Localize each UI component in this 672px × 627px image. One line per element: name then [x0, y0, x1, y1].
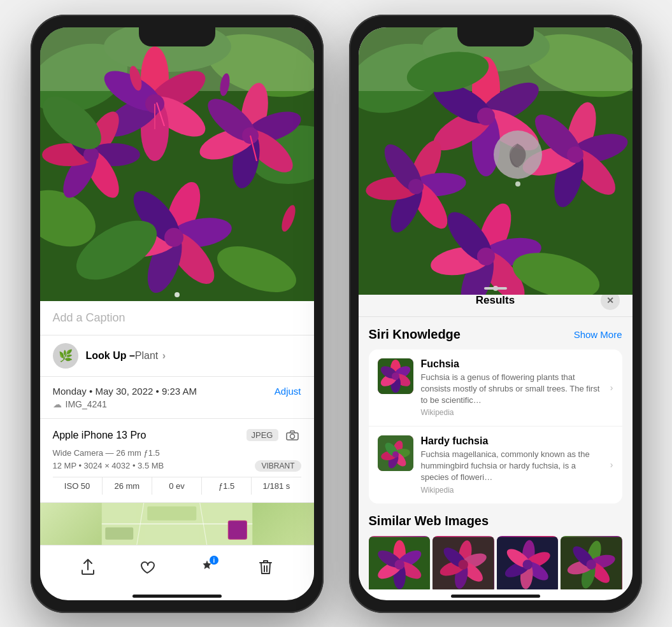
- svg-point-34: [164, 228, 183, 247]
- lookup-row[interactable]: 🌿 Look Up –Plant ›: [40, 335, 314, 377]
- similar-grid: [369, 536, 622, 589]
- svg-point-142: [587, 560, 596, 569]
- knowledge-item-fuchsia[interactable]: Fuchsia Fuchsia is a genus of flowering …: [369, 349, 622, 427]
- sim1-svg: [369, 536, 431, 589]
- phone-1: Add a Caption 🌿 Look Up –Plant › Monday …: [31, 15, 324, 613]
- fuchsia-body: Fuchsia Fuchsia is a genus of flowering …: [421, 358, 603, 418]
- results-title: Results: [390, 294, 601, 307]
- device-name: Apple iPhone 13 Pro: [53, 430, 147, 441]
- sim2-svg: [433, 536, 494, 589]
- map-area[interactable]: [40, 503, 314, 545]
- share-button[interactable]: [81, 559, 95, 575]
- trash-button[interactable]: [259, 559, 273, 575]
- device-section: Apple iPhone 13 Pro JPEG Wide Camera — 2…: [40, 419, 314, 503]
- siri-knowledge-header: Siri Knowledge Show More: [369, 327, 622, 342]
- similar-img-3[interactable]: [497, 536, 559, 589]
- fuchsia-name: Fuchsia: [421, 358, 603, 370]
- flower-photo-1: [40, 27, 314, 301]
- svg-rect-52: [105, 527, 133, 539]
- similar-web-images-title: Similar Web Images: [369, 514, 622, 528]
- phone-2-screen: Results ✕ Siri Knowledge Show More: [359, 27, 633, 600]
- toolbar: i: [40, 545, 314, 589]
- resolution-text: 12 MP • 3024 × 4032 • 3.5 MB: [53, 461, 164, 470]
- svg-point-126: [459, 560, 468, 569]
- camera-specs: Wide Camera — 26 mm ƒ1.5: [53, 448, 301, 458]
- svg-point-20: [83, 147, 99, 162]
- caption-placeholder: Add a Caption: [53, 311, 125, 324]
- hardy-source: Wikipedia: [421, 486, 603, 495]
- similar-img-4[interactable]: [561, 536, 622, 589]
- camera-icon[interactable]: [283, 426, 301, 444]
- results-panel: Results ✕ Siri Knowledge Show More: [359, 282, 633, 589]
- svg-point-44: [175, 292, 180, 297]
- svg-point-89: [477, 248, 495, 265]
- exif-shutter: 1/181 s: [252, 477, 301, 495]
- date-section: Monday • May 30, 2022 • 9:23 AM Adjust ☁…: [40, 377, 314, 419]
- sim3-svg: [497, 536, 559, 589]
- sim4-svg: [561, 536, 622, 589]
- home-bar-1: [132, 595, 222, 598]
- similar-img-2[interactable]: [433, 536, 494, 589]
- fuchsia-thumb: [378, 358, 413, 394]
- svg-point-46: [290, 434, 294, 439]
- jpeg-badge: JPEG: [247, 429, 278, 441]
- lookup-icon: 🌿: [53, 343, 78, 369]
- cloud-icon: ☁: [53, 399, 62, 409]
- svg-rect-51: [147, 506, 196, 520]
- similar-img-1[interactable]: [369, 536, 431, 589]
- hardy-thumb-svg: [378, 435, 413, 471]
- exif-row: ISO 50 26 mm 0 ev ƒ1.5 1/181 s: [53, 477, 301, 495]
- fuchsia-chevron: ›: [610, 383, 613, 393]
- knowledge-item-hardy[interactable]: Hardy fuchsia Fuchsia magellanica, commo…: [369, 426, 622, 504]
- svg-point-68: [477, 108, 495, 125]
- exif-aperture: ƒ1.5: [202, 477, 252, 495]
- svg-point-75: [408, 179, 424, 194]
- svg-point-93: [515, 181, 520, 187]
- fuchsia-source: Wikipedia: [421, 408, 603, 417]
- heart-button[interactable]: [139, 560, 155, 575]
- map-svg: [40, 503, 314, 545]
- vibrant-badge: VIBRANT: [255, 460, 301, 472]
- fuchsia-thumb-svg: [378, 358, 413, 394]
- info-badge: i: [210, 556, 218, 565]
- fuchsia-desc: Fuchsia is a genus of flowering plants t…: [421, 372, 603, 407]
- notch-1: [139, 27, 215, 46]
- lookup-text: Look Up –Plant ›: [86, 350, 166, 362]
- photo-area-1[interactable]: [40, 27, 314, 301]
- notch-2: [457, 27, 534, 46]
- hardy-chevron: ›: [610, 460, 613, 470]
- flower-photo-2: [359, 27, 633, 295]
- svg-point-102: [392, 372, 399, 380]
- svg-rect-54: [228, 521, 246, 539]
- hardy-thumb: [378, 435, 413, 471]
- caption-area[interactable]: Add a Caption: [40, 301, 314, 335]
- show-more-button[interactable]: Show More: [574, 329, 622, 340]
- photo-area-2[interactable]: [359, 27, 633, 295]
- adjust-button[interactable]: Adjust: [275, 386, 301, 397]
- hardy-name: Hardy fuchsia: [421, 435, 603, 447]
- date-text: Monday • May 30, 2022 • 9:23 AM: [53, 386, 197, 397]
- filename: IMG_4241: [66, 399, 107, 409]
- info-button[interactable]: i: [199, 560, 215, 575]
- exif-ev: 0 ev: [152, 477, 202, 495]
- svg-point-134: [522, 560, 532, 569]
- phone-1-screen: Add a Caption 🌿 Look Up –Plant › Monday …: [40, 27, 314, 600]
- hardy-desc: Fuchsia magellanica, commonly known as t…: [421, 449, 603, 484]
- drag-indicator: [484, 287, 507, 290]
- svg-point-82: [567, 146, 583, 163]
- results-content: Siri Knowledge Show More: [359, 317, 633, 514]
- exif-iso: ISO 50: [53, 477, 103, 495]
- svg-point-110: [392, 451, 399, 458]
- hardy-body: Hardy fuchsia Fuchsia magellanica, commo…: [421, 435, 603, 495]
- svg-point-118: [394, 560, 404, 569]
- home-bar-2: [451, 595, 540, 598]
- siri-knowledge-title: Siri Knowledge: [369, 327, 461, 342]
- knowledge-card: Fuchsia Fuchsia is a genus of flowering …: [369, 349, 622, 504]
- exif-focal: 26 mm: [103, 477, 152, 495]
- similar-section: Similar Web Images: [359, 514, 633, 589]
- phone-2: Results ✕ Siri Knowledge Show More: [349, 15, 642, 613]
